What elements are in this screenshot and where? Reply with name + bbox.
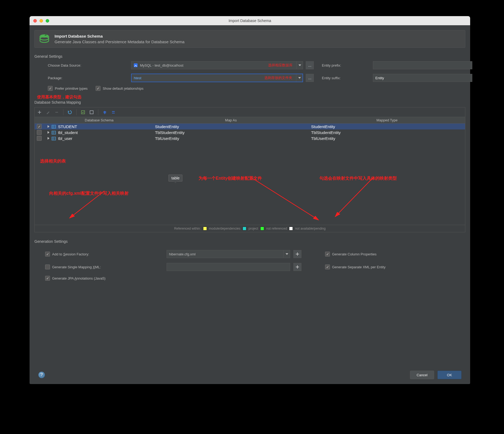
generate-jpa-annotations-checkbox[interactable]: Generate JPA Annotations (Java5) bbox=[45, 276, 465, 281]
svg-line-18 bbox=[252, 178, 319, 220]
remove-button[interactable] bbox=[53, 109, 60, 115]
table-row[interactable]: tbl_userTblUserEntityTblUserEntity bbox=[35, 135, 465, 141]
titlebar: Import Database Schema bbox=[30, 16, 470, 25]
checkbox-icon bbox=[45, 276, 50, 281]
database-import-icon bbox=[38, 33, 50, 45]
generate-separate-xml-checkbox[interactable]: Generate Separate XML per Entity bbox=[325, 265, 465, 269]
datasource-icon bbox=[134, 63, 138, 67]
row-checkbox[interactable] bbox=[37, 124, 42, 129]
prefer-primitive-checkbox[interactable]: Prefer primitive types bbox=[48, 86, 88, 91]
package-value: htest bbox=[134, 76, 141, 80]
expand-all-button[interactable] bbox=[102, 109, 108, 115]
package-note: 选则存放的文件夹 bbox=[264, 75, 294, 80]
per-entity-annotation: 为每一个Entity创建映射配置文件 bbox=[199, 176, 262, 181]
show-default-relationships-checkbox[interactable]: Show default relationships bbox=[96, 86, 143, 91]
deselect-all-button[interactable] bbox=[88, 109, 95, 115]
table-row[interactable]: tbl_studentTblStudentEntityTblStudentEnt… bbox=[35, 129, 465, 135]
entity-prefix-input[interactable] bbox=[373, 61, 472, 69]
data-source-label: Choose Data Source: bbox=[48, 63, 128, 67]
mapped-type: StudentEntity bbox=[309, 124, 465, 130]
col-mapped-type: Mapped Type bbox=[309, 117, 465, 124]
close-icon[interactable] bbox=[33, 19, 37, 23]
package-more-button[interactable]: … bbox=[306, 74, 314, 82]
prefer-primitive-note: 使用基本类型，建议勾选 bbox=[37, 95, 465, 100]
dialog-banner: Import Database Schema Generate Java Cla… bbox=[34, 30, 465, 48]
schema-table: Database Schema Map As Mapped Type STUDE… bbox=[34, 117, 465, 232]
maximize-icon[interactable] bbox=[46, 19, 49, 23]
session-factory-value: hibernate.cfg.xml bbox=[169, 252, 196, 256]
expand-icon[interactable] bbox=[48, 131, 49, 134]
expand-icon[interactable] bbox=[48, 137, 49, 140]
checkbox-icon bbox=[45, 265, 50, 269]
expand-icon[interactable] bbox=[48, 125, 49, 128]
package-label: Package: bbox=[48, 76, 128, 80]
data-source-more-button[interactable]: … bbox=[306, 61, 314, 69]
cfg-annotation: 向相关的cfg.xml配置文件中写入相关映射 bbox=[49, 191, 129, 196]
chevron-down-icon[interactable] bbox=[296, 62, 303, 69]
banner-title: Import Database Schema bbox=[55, 34, 185, 38]
col-map-as: Map As bbox=[153, 117, 309, 124]
svg-rect-13 bbox=[52, 137, 56, 140]
svg-rect-5 bbox=[52, 125, 56, 128]
col-props-annotation: 勾选会在映射文件中写入具体的映射类型 bbox=[319, 176, 397, 181]
select-all-button[interactable] bbox=[80, 109, 86, 115]
schema-name: STUDENT bbox=[58, 124, 77, 129]
data-source-combo[interactable]: MySQL - test_db@localhost 选择相应数据库 bbox=[131, 61, 303, 69]
mapping-toolbar bbox=[34, 107, 465, 117]
svg-line-19 bbox=[335, 178, 373, 217]
refresh-button[interactable] bbox=[67, 109, 73, 115]
data-source-value: MySQL - test_db@localhost bbox=[140, 63, 183, 67]
cancel-button[interactable]: Cancel bbox=[410, 371, 434, 379]
ok-button[interactable]: OK bbox=[437, 371, 462, 379]
session-factory-combo[interactable]: hibernate.cfg.xml bbox=[167, 250, 290, 258]
mapped-type: TblStudentEntity bbox=[309, 129, 465, 135]
entity-suffix-label: Entity suffix: bbox=[322, 76, 370, 80]
checkbox-icon bbox=[45, 252, 50, 256]
generate-column-properties-checkbox[interactable]: Generate Column Properties bbox=[325, 252, 465, 256]
generate-single-mapping-xml-checkbox[interactable]: Generate Single Mapping XML: bbox=[45, 265, 163, 269]
package-combo[interactable]: htest 选则存放的文件夹 bbox=[131, 74, 303, 82]
data-source-note: 选择相应数据库 bbox=[268, 63, 294, 68]
single-mapping-xml-input[interactable] bbox=[167, 263, 290, 271]
help-button[interactable]: ? bbox=[38, 371, 45, 378]
mapped-type: TblUserEntity bbox=[309, 135, 465, 141]
col-db-schema: Database Schema bbox=[45, 117, 153, 124]
chevron-down-icon[interactable] bbox=[283, 250, 290, 258]
checkbox-icon bbox=[325, 265, 330, 269]
single-mapping-add-button[interactable] bbox=[293, 263, 301, 271]
edit-button[interactable] bbox=[45, 109, 51, 115]
window-title: Import Database Schema bbox=[30, 19, 470, 23]
svg-rect-9 bbox=[52, 131, 56, 134]
select-tables-note: 选择相关的表 bbox=[40, 158, 66, 164]
table-icon bbox=[52, 136, 56, 141]
banner-subtitle: Generate Java Classes and Persistence Me… bbox=[55, 39, 185, 44]
minimize-icon[interactable] bbox=[39, 19, 43, 23]
table-icon bbox=[52, 130, 56, 135]
generation-settings-label: Generation Settings bbox=[34, 239, 465, 244]
collapse-all-button[interactable] bbox=[110, 109, 117, 115]
map-as: TblUserEntity bbox=[153, 135, 309, 141]
legend-prefix: Referenced within: bbox=[174, 227, 201, 230]
db-schema-mapping-label: Database Schema Mapping bbox=[34, 100, 465, 104]
dialog-window: Import Database Schema Import Database S… bbox=[30, 16, 470, 384]
map-as: StudentEntity bbox=[153, 124, 309, 130]
session-add-button[interactable] bbox=[293, 250, 301, 258]
table-icon bbox=[52, 124, 56, 129]
schema-name: tbl_student bbox=[58, 130, 78, 135]
checkbox-icon bbox=[96, 86, 100, 91]
svg-rect-4 bbox=[90, 111, 93, 114]
table-tooltip: table bbox=[168, 175, 182, 182]
row-checkbox[interactable] bbox=[37, 136, 42, 141]
row-checkbox[interactable] bbox=[37, 130, 42, 135]
map-as: TblStudentEntity bbox=[153, 129, 309, 135]
schema-name: tbl_user bbox=[58, 136, 72, 141]
general-settings-label: General Settings bbox=[34, 54, 465, 59]
entity-suffix-input[interactable] bbox=[373, 74, 472, 82]
add-session-factory-checkbox[interactable]: Add to Session Factory: bbox=[45, 252, 163, 256]
table-row[interactable]: STUDENTStudentEntityStudentEntity bbox=[35, 124, 465, 130]
checkbox-icon bbox=[48, 86, 53, 91]
add-button[interactable] bbox=[36, 109, 43, 115]
entity-prefix-label: Entity prefix: bbox=[322, 63, 370, 67]
legend: Referenced within: module/dependencies p… bbox=[35, 225, 465, 232]
chevron-down-icon[interactable] bbox=[296, 74, 303, 82]
